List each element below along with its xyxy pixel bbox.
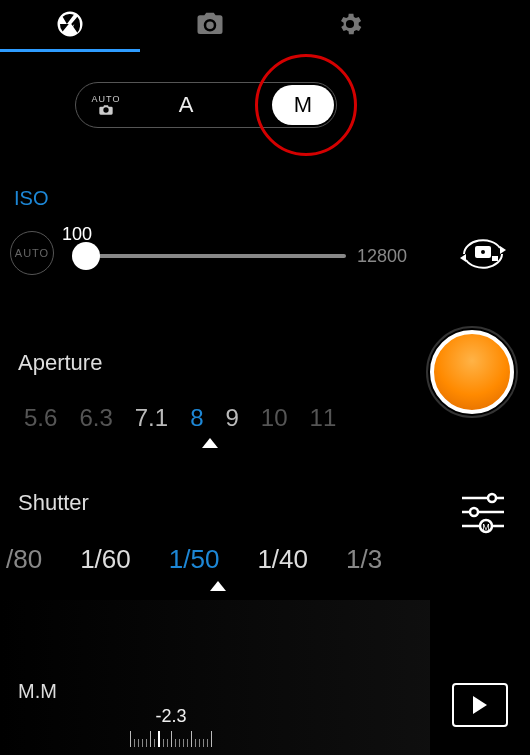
svg-point-3 (480, 249, 486, 255)
aperture-value[interactable]: 7.1 (135, 404, 168, 432)
tab-settings[interactable] (280, 0, 420, 52)
right-rail: M (430, 0, 514, 755)
mode-pill[interactable]: AUTO A S M (75, 82, 337, 128)
shutter-button[interactable] (430, 330, 514, 414)
aperture-value[interactable]: 10 (261, 404, 288, 432)
mode-auto[interactable]: AUTO (76, 95, 136, 116)
ev-scale[interactable]: -2.3 (130, 706, 212, 747)
metering-mode-label[interactable]: M.M (18, 680, 57, 703)
svg-point-8 (470, 508, 478, 516)
iso-slider-track[interactable] (76, 254, 346, 258)
iso-auto-button[interactable]: AUTO (10, 231, 54, 275)
mode-auto-label: AUTO (92, 95, 121, 104)
svg-point-6 (488, 494, 496, 502)
iso-max-value: 12800 (357, 246, 407, 267)
ev-value: -2.3 (130, 706, 212, 727)
gear-icon (336, 10, 364, 42)
mode-a[interactable]: A (136, 92, 236, 118)
shutter-value[interactable]: /80 (6, 544, 42, 575)
manual-controls-button[interactable]: M (458, 490, 508, 540)
svg-text:M: M (482, 522, 490, 532)
sliders-icon: M (458, 490, 508, 536)
shutter-value[interactable]: 1/40 (257, 544, 308, 575)
aperture-icon (55, 9, 85, 43)
mode-m[interactable]: M (272, 85, 334, 125)
svg-marker-0 (500, 246, 506, 254)
shutter-value[interactable]: 1/3 (346, 544, 382, 575)
svg-marker-1 (460, 254, 466, 262)
camera-icon (195, 9, 225, 43)
preview-fade (0, 600, 430, 755)
shutter-value-selected[interactable]: 1/50 (169, 544, 220, 575)
tab-camera[interactable] (140, 0, 280, 52)
aperture-value[interactable]: 5.6 (24, 404, 57, 432)
iso-slider-thumb[interactable] (72, 242, 100, 270)
aperture-value[interactable]: 11 (310, 404, 337, 432)
playback-button[interactable] (452, 683, 508, 727)
mode-selector: AUTO A S M (75, 82, 335, 132)
camera-small-icon (97, 104, 115, 116)
shutter-value[interactable]: 1/60 (80, 544, 131, 575)
switch-camera-button[interactable] (456, 232, 510, 280)
aperture-value-selected[interactable]: 8 (190, 404, 203, 432)
play-icon (473, 696, 487, 714)
aperture-value[interactable]: 9 (225, 404, 238, 432)
tab-shutter-mode[interactable] (0, 0, 140, 52)
aperture-value[interactable]: 6.3 (79, 404, 112, 432)
ev-ticks (130, 729, 212, 747)
switch-camera-icon (456, 232, 510, 276)
svg-rect-4 (492, 256, 498, 261)
